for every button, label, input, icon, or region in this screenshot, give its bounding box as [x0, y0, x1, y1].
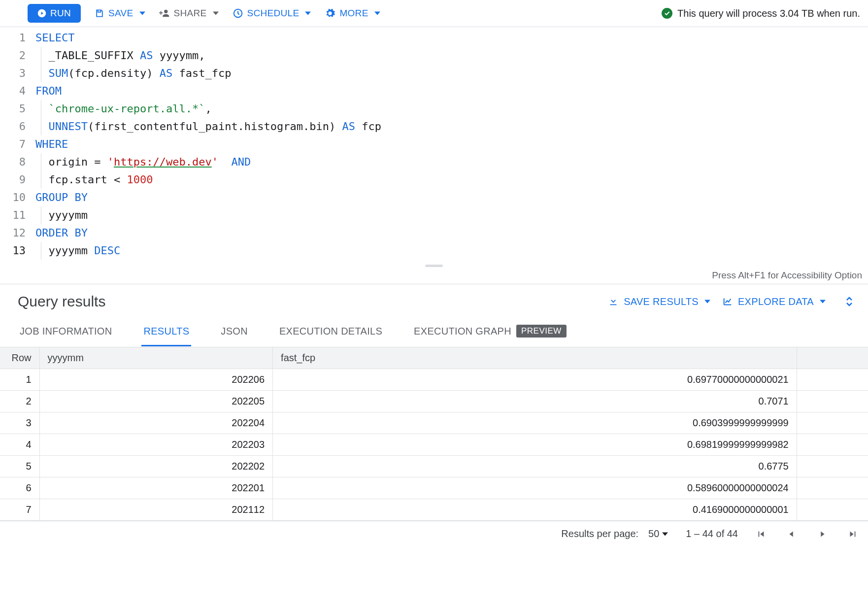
table-row[interactable]: 12022060.69770000000000021: [0, 369, 868, 391]
code-content[interactable]: origin = 'https://web.dev' AND: [35, 153, 868, 171]
table-row[interactable]: 62022010.58960000000000024: [0, 477, 868, 499]
query-validator: This query will process 3.04 TB when run…: [662, 8, 860, 19]
save-button[interactable]: SAVE: [95, 8, 145, 19]
per-page-selector[interactable]: 50: [648, 528, 668, 540]
cell-row: 6: [0, 477, 39, 499]
line-number: 2: [0, 47, 35, 65]
page-range: 1 – 44 of 44: [686, 528, 738, 540]
editor-line[interactable]: 4FROM: [0, 82, 868, 100]
more-button[interactable]: MORE: [325, 8, 380, 19]
line-number: 1: [0, 29, 35, 47]
editor-line[interactable]: 11 yyyymm: [0, 206, 868, 224]
expand-toggle[interactable]: [845, 296, 853, 307]
page-nav: [756, 529, 858, 540]
cell-filler: [797, 369, 868, 391]
tab-execution-graph[interactable]: EXECUTION GRAPH PREVIEW: [412, 317, 568, 347]
cell-row: 7: [0, 499, 39, 521]
editor-line[interactable]: 1SELECT: [0, 29, 868, 47]
line-number: 9: [0, 171, 35, 189]
editor-line[interactable]: 13 yyyymm DESC: [0, 242, 868, 260]
code-content[interactable]: `chrome-ux-report.all.*`,: [35, 100, 868, 118]
col-row[interactable]: Row: [0, 347, 39, 369]
editor-line[interactable]: 7WHERE: [0, 135, 868, 153]
result-tabs: JOB INFORMATION RESULTS JSON EXECUTION D…: [0, 317, 868, 347]
explore-data-button[interactable]: EXPLORE DATA: [722, 296, 826, 307]
paginator: Results per page: 50 1 – 44 of 44: [0, 521, 868, 546]
code-content[interactable]: WHERE: [35, 135, 868, 153]
save-results-label: SAVE RESULTS: [624, 296, 699, 307]
download-icon: [608, 296, 619, 307]
clock-icon: [233, 8, 243, 19]
table-row[interactable]: 52022020.6775: [0, 456, 868, 477]
cell-fast-fcp: 0.58960000000000024: [273, 477, 797, 499]
per-page-value: 50: [648, 528, 659, 540]
line-number: 12: [0, 224, 35, 242]
save-results-button[interactable]: SAVE RESULTS: [608, 296, 710, 307]
cell-fast-fcp: 0.6903999999999999: [273, 412, 797, 434]
toolbar: RUN SAVE SHARE SCHEDULE: [0, 0, 868, 27]
next-page-button[interactable]: [817, 529, 828, 540]
gear-icon: [325, 8, 335, 19]
table-row[interactable]: 22022050.7071: [0, 391, 868, 412]
results-table-wrap: Row yyyymm fast_fcp 12022060.69770000000…: [0, 347, 868, 521]
cell-yyyymm: 202203: [39, 434, 273, 456]
code-content[interactable]: ORDER BY: [35, 224, 868, 242]
checkmark-icon: [662, 8, 672, 19]
editor-line[interactable]: 12ORDER BY: [0, 224, 868, 242]
code-content[interactable]: SUM(fcp.density) AS fast_fcp: [35, 65, 868, 82]
svg-point-1: [164, 10, 167, 13]
first-page-button[interactable]: [756, 529, 767, 540]
results-table: Row yyyymm fast_fcp 12022060.69770000000…: [0, 347, 868, 521]
code-content[interactable]: yyyymm DESC: [35, 242, 868, 260]
editor-line[interactable]: 5 `chrome-ux-report.all.*`,: [0, 100, 868, 118]
resize-handle[interactable]: [0, 262, 868, 270]
cell-yyyymm: 202201: [39, 477, 273, 499]
share-button[interactable]: SHARE: [159, 8, 219, 19]
line-number: 6: [0, 118, 35, 135]
code-content[interactable]: yyyymm: [35, 206, 868, 224]
caret-down-icon: [374, 10, 380, 16]
cell-yyyymm: 202204: [39, 412, 273, 434]
last-page-button[interactable]: [847, 529, 858, 540]
cell-fast-fcp: 0.7071: [273, 391, 797, 412]
per-page-label: Results per page:: [561, 528, 638, 540]
cell-filler: [797, 456, 868, 477]
code-content[interactable]: UNNEST(first_contentful_paint.histogram.…: [35, 118, 868, 135]
editor-line[interactable]: 9 fcp.start < 1000: [0, 171, 868, 189]
editor-line[interactable]: 2 _TABLE_SUFFIX AS yyyymm,: [0, 47, 868, 65]
sql-editor[interactable]: 1SELECT2 _TABLE_SUFFIX AS yyyymm,3 SUM(f…: [0, 27, 868, 262]
cell-yyyymm: 202205: [39, 391, 273, 412]
editor-line[interactable]: 10GROUP BY: [0, 189, 868, 206]
editor-line[interactable]: 6 UNNEST(first_contentful_paint.histogra…: [0, 118, 868, 135]
editor-line[interactable]: 3 SUM(fcp.density) AS fast_fcp: [0, 65, 868, 82]
cell-yyyymm: 202202: [39, 456, 273, 477]
tab-execution-details[interactable]: EXECUTION DETAILS: [277, 318, 384, 346]
tab-job-information[interactable]: JOB INFORMATION: [18, 318, 114, 346]
line-number: 3: [0, 65, 35, 82]
cell-row: 2: [0, 391, 39, 412]
line-number: 7: [0, 135, 35, 153]
prev-page-button[interactable]: [786, 529, 797, 540]
more-label: MORE: [339, 8, 368, 19]
table-row[interactable]: 32022040.6903999999999999: [0, 412, 868, 434]
code-content[interactable]: _TABLE_SUFFIX AS yyyymm,: [35, 47, 868, 65]
col-fast-fcp[interactable]: fast_fcp: [273, 347, 797, 369]
code-content[interactable]: FROM: [35, 82, 868, 100]
schedule-button[interactable]: SCHEDULE: [233, 8, 311, 19]
cell-row: 5: [0, 456, 39, 477]
table-row[interactable]: 42022030.69819999999999982: [0, 434, 868, 456]
cell-fast-fcp: 0.4169000000000001: [273, 499, 797, 521]
code-content[interactable]: GROUP BY: [35, 189, 868, 206]
editor-line[interactable]: 8 origin = 'https://web.dev' AND: [0, 153, 868, 171]
col-yyyymm[interactable]: yyyymm: [39, 347, 273, 369]
table-row[interactable]: 72021120.4169000000000001: [0, 499, 868, 521]
code-content[interactable]: SELECT: [35, 29, 868, 47]
preview-badge: PREVIEW: [516, 325, 567, 338]
tab-results[interactable]: RESULTS: [141, 318, 191, 346]
run-button[interactable]: RUN: [28, 4, 81, 23]
tab-json[interactable]: JSON: [219, 318, 250, 346]
code-content[interactable]: fcp.start < 1000: [35, 171, 868, 189]
cell-row: 1: [0, 369, 39, 391]
editor-footer: Press Alt+F1 for Accessibility Option: [0, 262, 868, 284]
line-number: 13: [0, 242, 35, 260]
